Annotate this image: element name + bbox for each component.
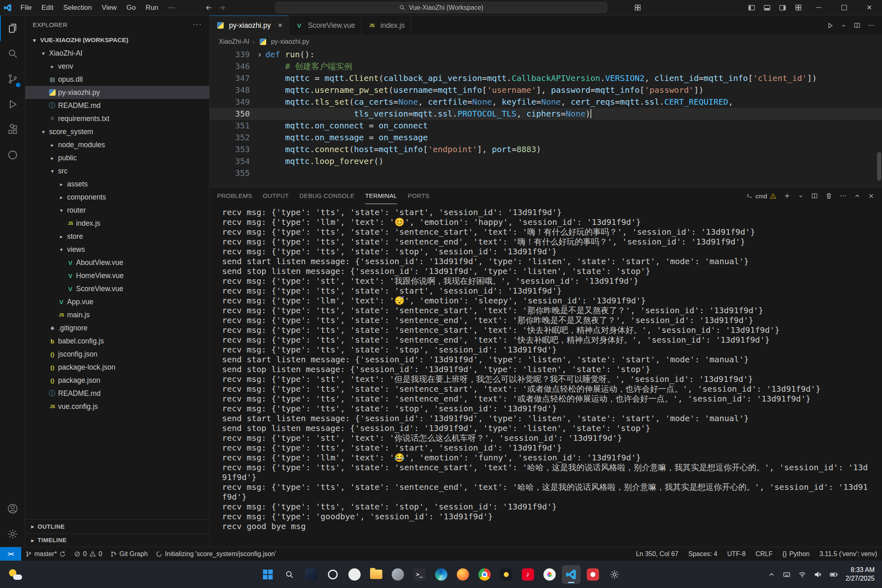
taskbar-chrome-icon[interactable] <box>475 565 494 584</box>
menu-file[interactable]: File <box>16 0 36 15</box>
more-actions-icon[interactable] <box>867 22 875 29</box>
indentation-item[interactable]: Spaces: 4 <box>683 547 722 561</box>
taskbar-app-ring-icon[interactable] <box>323 565 342 584</box>
tree-item-package.json[interactable]: {}package.json <box>25 374 209 387</box>
layout-grid-icon[interactable] <box>630 0 645 15</box>
tree-item-views[interactable]: ▾views <box>25 243 209 256</box>
panel-tab-ports[interactable]: PORTS <box>408 188 429 204</box>
tree-item-store[interactable]: ▸store <box>25 230 209 243</box>
taskbar-app-flower-icon[interactable] <box>540 565 559 584</box>
tree-item-components[interactable]: ▸components <box>25 191 209 204</box>
tree-item-py-xiaozhi.py[interactable]: py-xiaozhi.py <box>25 86 209 99</box>
terminal[interactable]: recv msg: {'type': 'tts', 'state': 'star… <box>210 204 882 547</box>
tray-clock[interactable]: 8:33 AM 2/27/2025 <box>846 566 875 583</box>
command-center-search[interactable]: Vue-XiaoZhi (Workspace) <box>275 2 607 13</box>
tab-index.js[interactable]: JSindex.js <box>361 16 411 35</box>
menu-selection[interactable]: Selection <box>58 0 97 15</box>
problems-item[interactable]: 0 0 <box>70 547 106 561</box>
tree-item-node-modules[interactable]: ▸node_modules <box>25 138 209 151</box>
panel-tab-output[interactable]: OUTPUT <box>263 188 289 204</box>
tree-item-router[interactable]: ▾router <box>25 204 209 217</box>
taskbar-app-dark-icon[interactable] <box>302 565 321 584</box>
tray-battery-icon[interactable] <box>829 570 838 579</box>
panel-tab-problems[interactable]: PROBLEMS <box>217 188 252 204</box>
taskbar-edge-icon[interactable] <box>432 565 451 584</box>
toggle-secondary-sidebar-icon[interactable] <box>775 0 790 15</box>
tree-item-homeview.vue[interactable]: VHomeView.vue <box>25 269 209 282</box>
taskbar-vscode-icon[interactable] <box>562 565 581 584</box>
menu-view[interactable]: View <box>97 0 122 15</box>
maximize-panel-icon[interactable] <box>854 193 861 200</box>
tree-item-readme.md[interactable]: ⓘREADME.md <box>25 99 209 112</box>
split-editor-icon[interactable] <box>853 22 861 29</box>
run-dropdown-caret-icon[interactable] <box>841 22 847 29</box>
tree-item-xiaozhi-ai[interactable]: ▾XiaoZhi-AI <box>25 47 209 60</box>
tree-item-app.vue[interactable]: VApp.vue <box>25 295 209 308</box>
activity-run-and-debug-icon[interactable] <box>0 92 25 117</box>
tree-item-aboutview.vue[interactable]: VAboutView.vue <box>25 256 209 269</box>
weather-widget-icon[interactable] <box>8 568 22 581</box>
tray-chevron-up-icon[interactable] <box>768 571 775 578</box>
tree-item-scoreview.vue[interactable]: VScoreView.vue <box>25 282 209 295</box>
activity-settings-icon[interactable] <box>0 521 25 547</box>
kill-terminal-icon[interactable] <box>825 192 833 200</box>
scrollbar-thumb[interactable] <box>877 152 881 181</box>
fold-chevron-icon[interactable]: › <box>254 49 265 61</box>
breadcrumb-folder[interactable]: XiaoZhi-AI <box>219 38 249 45</box>
encoding-item[interactable]: UTF-8 <box>722 547 750 561</box>
taskbar-app-ide-icon[interactable] <box>497 565 516 584</box>
toggle-panel-icon[interactable] <box>759 0 775 15</box>
tree-item-vue-xiaozhi-workspace-[interactable]: ▾VUE-XIAOZHI (WORKSPACE) <box>25 34 209 47</box>
minimize-button[interactable] <box>806 0 831 15</box>
maximize-button[interactable] <box>831 0 857 15</box>
taskbar-music-icon[interactable]: ♪ <box>518 565 537 584</box>
language-mode-item[interactable]: {} Python <box>778 547 815 561</box>
forward-arrow-icon[interactable] <box>218 4 227 12</box>
outline-section-header[interactable]: ▸ OUTLINE <box>25 520 209 533</box>
taskbar-file-explorer-icon[interactable] <box>367 565 386 584</box>
sidebar-more-icon[interactable]: ··· <box>193 21 202 28</box>
taskbar-search-icon[interactable] <box>280 565 299 584</box>
tree-item-readme.md[interactable]: ⓘREADME.md <box>25 387 209 400</box>
eol-item[interactable]: CRLF <box>751 547 778 561</box>
tray-wifi-icon[interactable] <box>798 570 806 579</box>
panel-more-icon[interactable] <box>839 192 847 200</box>
editor-scrollbar[interactable] <box>876 48 882 187</box>
breadcrumb-file[interactable]: py-xiaozhi.py <box>271 38 309 45</box>
activity-source-control-icon[interactable] <box>0 66 25 92</box>
python-interpreter-item[interactable]: 3.11.5 ('venv': venv) <box>815 547 882 561</box>
tray-volume-icon[interactable] <box>814 570 822 579</box>
taskbar-settings-icon[interactable] <box>605 565 624 584</box>
tree-item-assets[interactable]: ▸assets <box>25 177 209 191</box>
git-graph-item[interactable]: Git Graph <box>106 547 152 561</box>
back-arrow-icon[interactable] <box>204 4 213 12</box>
tree-item-jsconfig.json[interactable]: {}jsconfig.json <box>25 348 209 361</box>
tray-keyboard-icon[interactable] <box>783 570 791 579</box>
tree-item-public[interactable]: ▸public <box>25 151 209 164</box>
menu-edit[interactable]: Edit <box>36 0 58 15</box>
cursor-position-item[interactable]: Ln 350, Col 67 <box>631 547 683 561</box>
tree-item-vue.config.js[interactable]: JSvue.config.js <box>25 400 209 413</box>
split-terminal-icon[interactable] <box>811 192 818 200</box>
customize-layout-icon[interactable] <box>790 0 806 15</box>
close-panel-icon[interactable] <box>868 193 875 200</box>
tree-item-package-lock.json[interactable]: {}package-lock.json <box>25 361 209 374</box>
activity-explorer-icon[interactable] <box>0 16 25 41</box>
terminal-dropdown-caret-icon[interactable] <box>798 193 804 199</box>
activity-search-icon[interactable] <box>0 41 25 66</box>
toggle-sidebar-icon[interactable] <box>744 0 759 15</box>
close-button[interactable]: ✕ <box>857 0 882 15</box>
remote-indicator[interactable]: >< <box>0 547 21 561</box>
tab-scoreview.vue[interactable]: VScoreView.vue <box>289 16 361 35</box>
taskbar-app-white-icon[interactable] <box>345 565 364 584</box>
tree-item-main.js[interactable]: JSmain.js <box>25 308 209 321</box>
tree-item-venv[interactable]: ▸venv <box>25 60 209 73</box>
taskbar-start-icon[interactable] <box>258 565 277 584</box>
menu-more[interactable]: ··· <box>163 0 180 15</box>
tab-py-xiaozhi.py[interactable]: py-xiaozhi.py✕ <box>210 16 289 35</box>
git-branch-item[interactable]: master* <box>21 547 70 561</box>
tree-item-requirements.txt[interactable]: ≡requirements.txt <box>25 112 209 125</box>
taskbar-app-gray-icon[interactable] <box>388 565 407 584</box>
timeline-section-header[interactable]: ▸ TIMELINE <box>25 533 209 547</box>
new-terminal-icon[interactable] <box>783 192 791 200</box>
